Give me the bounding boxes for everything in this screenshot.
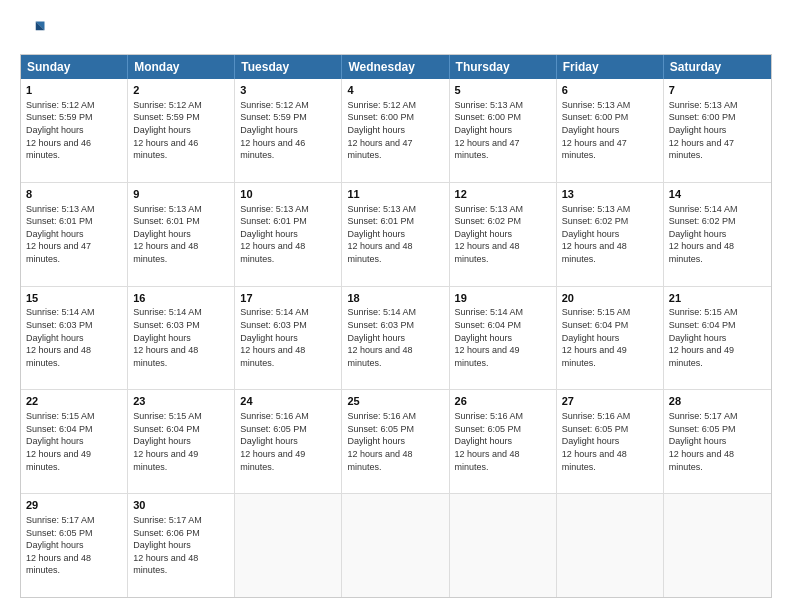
daylight-label: Daylight hours	[347, 125, 405, 135]
sunrise-label: Sunrise: 5:14 AM	[240, 307, 309, 317]
calendar-cell: 14 Sunrise: 5:14 AM Sunset: 6:02 PM Dayl…	[664, 183, 771, 286]
cell-info: Sunrise: 5:13 AM Sunset: 6:01 PM Dayligh…	[133, 203, 229, 266]
daylight-duration: 12 hours and 46 minutes.	[240, 138, 305, 161]
daylight-duration: 12 hours and 49 minutes.	[669, 345, 734, 368]
daylight-label: Daylight hours	[26, 436, 84, 446]
sunrise-label: Sunrise: 5:14 AM	[347, 307, 416, 317]
cell-info: Sunrise: 5:16 AM Sunset: 6:05 PM Dayligh…	[347, 410, 443, 473]
calendar-cell: 4 Sunrise: 5:12 AM Sunset: 6:00 PM Dayli…	[342, 79, 449, 182]
daylight-duration: 12 hours and 48 minutes.	[347, 241, 412, 264]
sunrise-label: Sunrise: 5:15 AM	[562, 307, 631, 317]
cell-info: Sunrise: 5:17 AM Sunset: 6:05 PM Dayligh…	[669, 410, 766, 473]
sunrise-label: Sunrise: 5:17 AM	[26, 515, 95, 525]
cell-info: Sunrise: 5:16 AM Sunset: 6:05 PM Dayligh…	[455, 410, 551, 473]
day-number: 17	[240, 291, 336, 306]
sunset-label: Sunset: 5:59 PM	[240, 112, 307, 122]
daylight-duration: 12 hours and 47 minutes.	[347, 138, 412, 161]
day-number: 12	[455, 187, 551, 202]
calendar-cell: 13 Sunrise: 5:13 AM Sunset: 6:02 PM Dayl…	[557, 183, 664, 286]
day-number: 6	[562, 83, 658, 98]
daylight-label: Daylight hours	[26, 540, 84, 550]
cell-info: Sunrise: 5:17 AM Sunset: 6:05 PM Dayligh…	[26, 514, 122, 577]
cell-info: Sunrise: 5:14 AM Sunset: 6:03 PM Dayligh…	[240, 306, 336, 369]
sunset-label: Sunset: 6:00 PM	[347, 112, 414, 122]
sunrise-label: Sunrise: 5:15 AM	[26, 411, 95, 421]
sunset-label: Sunset: 6:02 PM	[562, 216, 629, 226]
day-number: 10	[240, 187, 336, 202]
daylight-duration: 12 hours and 48 minutes.	[347, 449, 412, 472]
calendar-row: 22 Sunrise: 5:15 AM Sunset: 6:04 PM Dayl…	[21, 390, 771, 494]
daylight-duration: 12 hours and 48 minutes.	[669, 241, 734, 264]
cell-info: Sunrise: 5:13 AM Sunset: 6:02 PM Dayligh…	[455, 203, 551, 266]
cell-info: Sunrise: 5:17 AM Sunset: 6:06 PM Dayligh…	[133, 514, 229, 577]
calendar-cell: 26 Sunrise: 5:16 AM Sunset: 6:05 PM Dayl…	[450, 390, 557, 493]
sunset-label: Sunset: 6:00 PM	[455, 112, 522, 122]
daylight-duration: 12 hours and 48 minutes.	[240, 241, 305, 264]
day-number: 4	[347, 83, 443, 98]
cell-info: Sunrise: 5:14 AM Sunset: 6:03 PM Dayligh…	[26, 306, 122, 369]
sunset-label: Sunset: 6:03 PM	[240, 320, 307, 330]
cell-info: Sunrise: 5:16 AM Sunset: 6:05 PM Dayligh…	[240, 410, 336, 473]
sunrise-label: Sunrise: 5:13 AM	[133, 204, 202, 214]
sunrise-label: Sunrise: 5:17 AM	[133, 515, 202, 525]
daylight-label: Daylight hours	[455, 229, 513, 239]
calendar-row: 1 Sunrise: 5:12 AM Sunset: 5:59 PM Dayli…	[21, 79, 771, 183]
sunset-label: Sunset: 6:01 PM	[240, 216, 307, 226]
sunrise-label: Sunrise: 5:13 AM	[562, 100, 631, 110]
calendar-cell: 7 Sunrise: 5:13 AM Sunset: 6:00 PM Dayli…	[664, 79, 771, 182]
calendar-cell: 29 Sunrise: 5:17 AM Sunset: 6:05 PM Dayl…	[21, 494, 128, 597]
cell-info: Sunrise: 5:14 AM Sunset: 6:02 PM Dayligh…	[669, 203, 766, 266]
day-number: 8	[26, 187, 122, 202]
calendar-cell: 27 Sunrise: 5:16 AM Sunset: 6:05 PM Dayl…	[557, 390, 664, 493]
daylight-label: Daylight hours	[133, 229, 191, 239]
day-number: 5	[455, 83, 551, 98]
day-number: 22	[26, 394, 122, 409]
calendar-cell: 22 Sunrise: 5:15 AM Sunset: 6:04 PM Dayl…	[21, 390, 128, 493]
calendar-cell: 9 Sunrise: 5:13 AM Sunset: 6:01 PM Dayli…	[128, 183, 235, 286]
calendar-cell: 8 Sunrise: 5:13 AM Sunset: 6:01 PM Dayli…	[21, 183, 128, 286]
sunset-label: Sunset: 6:00 PM	[669, 112, 736, 122]
sunset-label: Sunset: 6:03 PM	[26, 320, 93, 330]
sunset-label: Sunset: 6:04 PM	[133, 424, 200, 434]
day-number: 24	[240, 394, 336, 409]
daylight-label: Daylight hours	[562, 125, 620, 135]
day-number: 30	[133, 498, 229, 513]
cell-info: Sunrise: 5:12 AM Sunset: 5:59 PM Dayligh…	[133, 99, 229, 162]
daylight-label: Daylight hours	[562, 333, 620, 343]
sunset-label: Sunset: 6:03 PM	[133, 320, 200, 330]
daylight-duration: 12 hours and 48 minutes.	[562, 449, 627, 472]
sunset-label: Sunset: 6:02 PM	[455, 216, 522, 226]
sunset-label: Sunset: 6:03 PM	[347, 320, 414, 330]
daylight-duration: 12 hours and 48 minutes.	[240, 345, 305, 368]
daylight-duration: 12 hours and 47 minutes.	[562, 138, 627, 161]
calendar-header-cell: Monday	[128, 55, 235, 79]
daylight-label: Daylight hours	[455, 125, 513, 135]
sunrise-label: Sunrise: 5:13 AM	[455, 100, 524, 110]
logo-icon	[20, 18, 48, 46]
daylight-label: Daylight hours	[26, 125, 84, 135]
daylight-label: Daylight hours	[562, 436, 620, 446]
daylight-duration: 12 hours and 47 minutes.	[26, 241, 91, 264]
sunset-label: Sunset: 6:05 PM	[669, 424, 736, 434]
calendar-row: 15 Sunrise: 5:14 AM Sunset: 6:03 PM Dayl…	[21, 287, 771, 391]
day-number: 27	[562, 394, 658, 409]
sunset-label: Sunset: 5:59 PM	[133, 112, 200, 122]
daylight-label: Daylight hours	[455, 436, 513, 446]
daylight-label: Daylight hours	[133, 125, 191, 135]
calendar-cell: 1 Sunrise: 5:12 AM Sunset: 5:59 PM Dayli…	[21, 79, 128, 182]
sunset-label: Sunset: 6:02 PM	[669, 216, 736, 226]
daylight-duration: 12 hours and 48 minutes.	[26, 553, 91, 576]
sunset-label: Sunset: 6:00 PM	[562, 112, 629, 122]
sunset-label: Sunset: 6:05 PM	[240, 424, 307, 434]
daylight-label: Daylight hours	[669, 125, 727, 135]
cell-info: Sunrise: 5:13 AM Sunset: 6:01 PM Dayligh…	[240, 203, 336, 266]
sunrise-label: Sunrise: 5:13 AM	[347, 204, 416, 214]
daylight-duration: 12 hours and 49 minutes.	[455, 345, 520, 368]
sunrise-label: Sunrise: 5:12 AM	[26, 100, 95, 110]
sunrise-label: Sunrise: 5:13 AM	[669, 100, 738, 110]
calendar-cell: 16 Sunrise: 5:14 AM Sunset: 6:03 PM Dayl…	[128, 287, 235, 390]
day-number: 15	[26, 291, 122, 306]
calendar-cell: 18 Sunrise: 5:14 AM Sunset: 6:03 PM Dayl…	[342, 287, 449, 390]
calendar-cell: 15 Sunrise: 5:14 AM Sunset: 6:03 PM Dayl…	[21, 287, 128, 390]
sunset-label: Sunset: 6:05 PM	[347, 424, 414, 434]
